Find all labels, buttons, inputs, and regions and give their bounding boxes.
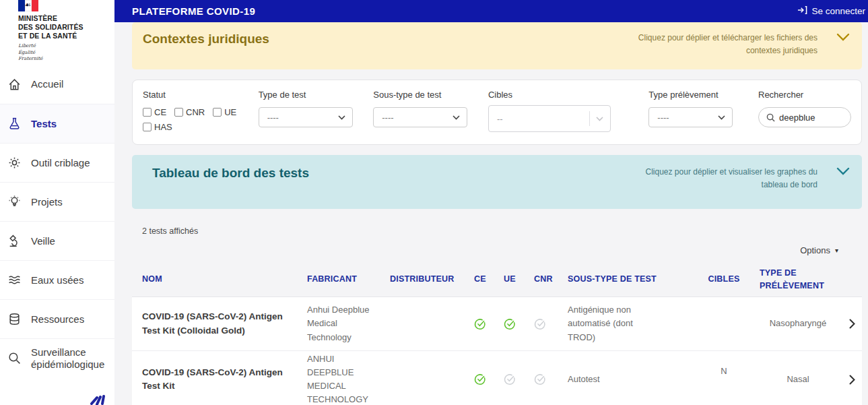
col-header-cnr[interactable]: CNR <box>534 273 568 285</box>
col-header-ce[interactable]: CE <box>474 273 504 285</box>
flask-icon <box>6 116 22 132</box>
chevron-down-icon <box>453 115 460 120</box>
app-window: ☙ MINISTÈRE DES SOLIDARITÉS ET DE LA SAN… <box>0 0 868 405</box>
options-dropdown[interactable]: Options ▾ <box>800 245 838 255</box>
magnifier-icon <box>6 350 22 367</box>
row-expand-chevron-icon[interactable] <box>842 319 862 329</box>
cell-sous-type: Autotest <box>568 373 655 386</box>
chevron-down-icon[interactable] <box>836 166 850 178</box>
col-header-cibles[interactable]: CIBLES <box>694 273 754 285</box>
sidebar-item-tests[interactable]: Tests <box>0 104 114 143</box>
sidebar-item-label: Outil criblage <box>31 157 90 168</box>
col-header-nom[interactable]: NOM <box>142 273 307 285</box>
cibles-label: Cibles <box>488 90 648 100</box>
col-header-ue[interactable]: UE <box>504 273 534 285</box>
checkbox-has-box[interactable] <box>143 123 152 131</box>
dashboard-hint: Cliquez pour déplier et visualiser les g… <box>622 166 817 191</box>
search-input[interactable]: deepblue <box>758 107 851 127</box>
checkbox-ue-label: UE <box>224 107 236 117</box>
cell-prelevement: Nasal <box>754 373 842 386</box>
sidebar-item-eaux-usees[interactable]: Eaux usées <box>0 260 114 299</box>
sidebar-item-label: Accueil <box>31 78 63 90</box>
cell-cibles: N <box>694 352 754 378</box>
checkbox-cnr[interactable]: CNR <box>174 107 205 117</box>
partner-logo-fragment <box>86 389 119 405</box>
main-content: Contextes juridiques Cliquez pour déplie… <box>114 22 868 405</box>
checkbox-cnr-box[interactable] <box>174 108 183 117</box>
database-icon <box>6 311 22 328</box>
cell-prelevement: Nasopharyngé <box>754 317 842 330</box>
type-test-select[interactable]: ---- <box>259 107 353 127</box>
sous-type-select[interactable]: ---- <box>373 107 467 127</box>
login-button[interactable]: Se connecter <box>797 5 865 17</box>
cell-sous-type: Antigénique non automatisé (dont TROD) <box>568 303 655 344</box>
legal-context-banner[interactable]: Contextes juridiques Cliquez pour déplie… <box>132 22 862 69</box>
checkbox-cnr-label: CNR <box>186 107 205 117</box>
login-icon <box>797 5 807 17</box>
sidebar-item-veille[interactable]: Veille <box>0 221 114 260</box>
dashboard-title: Tableau de bord des tests <box>152 166 309 181</box>
checkbox-ce-label: CE <box>154 107 166 117</box>
ue-check-icon <box>504 373 534 385</box>
filters-panel: Statut CE CNR UE HAS Type de test ---- S… <box>132 80 862 145</box>
checkbox-has[interactable]: HAS <box>143 122 244 132</box>
col-header-prelevement[interactable]: TYPE DE PRÉLÈVEMENT <box>754 267 842 291</box>
caret-down-icon: ▾ <box>835 247 838 254</box>
legal-context-hint: Cliquez pour déplier et télécharger les … <box>615 32 817 57</box>
legal-context-title: Contextes juridiques <box>143 32 269 46</box>
home-icon <box>6 76 22 92</box>
cnr-check-icon <box>534 318 568 330</box>
results-count: 2 tests affichés <box>132 226 862 236</box>
ministry-name: MINISTÈRE DES SOLIDARITÉS ET DE LA SANTÉ <box>18 14 114 40</box>
lightbulb-icon <box>6 194 22 210</box>
dashboard-banner[interactable]: Tableau de bord des tests Cliquez pour d… <box>132 155 862 209</box>
col-header-distributeur[interactable]: DISTRIBUTEUR <box>390 273 474 285</box>
sidebar-item-label: Projets <box>31 196 63 208</box>
search-icon <box>766 113 775 122</box>
checkbox-ce[interactable]: CE <box>143 107 166 117</box>
type-test-label: Type de test <box>259 90 374 100</box>
chevron-down-icon <box>718 115 725 120</box>
sidebar-item-surveillance[interactable]: Surveillance épidémiologique <box>0 338 114 377</box>
type-prelevement-select[interactable]: ---- <box>648 107 733 127</box>
gear-icon <box>6 155 22 171</box>
checkbox-ce-box[interactable] <box>143 108 152 117</box>
col-header-sous-type[interactable]: SOUS-TYPE DE TEST <box>568 273 694 285</box>
row-expand-chevron-icon[interactable] <box>842 375 862 385</box>
table-row[interactable]: COVID-19 (SARS-CoV-2) Antigen Test Kit A… <box>132 351 862 405</box>
sidebar-item-outil-criblage[interactable]: Outil criblage <box>0 143 114 182</box>
options-label: Options <box>800 245 830 255</box>
checkbox-ue-box[interactable] <box>213 108 222 117</box>
col-header-fabricant[interactable]: FABRICANT <box>307 273 390 285</box>
checkbox-has-label: HAS <box>154 122 172 132</box>
statut-label: Statut <box>143 90 259 100</box>
app-title: PLATEFORME COVID-19 <box>132 5 255 17</box>
french-flag-icon: ☙ <box>18 0 38 11</box>
sidebar-item-accueil[interactable]: Accueil <box>0 65 114 104</box>
cell-nom: COVID-19 (SARS-CoV-2) Antigen Test Kit (… <box>142 310 307 338</box>
sidebar-item-label: Surveillance épidémiologique <box>31 346 114 370</box>
cell-nom: COVID-19 (SARS-CoV-2) Antigen Test Kit <box>142 366 307 394</box>
sidebar-item-label: Eaux usées <box>31 274 84 286</box>
cibles-multiselect[interactable]: -- <box>488 105 611 132</box>
table-row[interactable]: COVID-19 (SARS-CoV-2) Antigen Test Kit (… <box>132 297 862 351</box>
microscope-icon <box>6 233 22 249</box>
top-bar: PLATEFORME COVID-19 Se connecter <box>114 0 868 22</box>
checkbox-ue[interactable]: UE <box>213 107 236 117</box>
sous-type-label: Sous-type de test <box>373 90 488 100</box>
sidebar-item-projets[interactable]: Projets <box>0 182 114 221</box>
search-value: deepblue <box>779 113 815 123</box>
republic-motto: Liberté Égalité Fraternité <box>18 43 114 62</box>
type-test-value: ---- <box>267 113 279 123</box>
sidebar-item-ressources[interactable]: Ressources <box>0 299 114 338</box>
ministry-logo: ☙ MINISTÈRE DES SOLIDARITÉS ET DE LA SAN… <box>0 0 114 65</box>
cell-fabricant: Anhui Deepblue Medical Technology <box>307 303 380 344</box>
ce-check-icon <box>474 373 504 385</box>
chevron-down-icon[interactable] <box>836 32 850 44</box>
type-prelevement-value: ---- <box>657 113 669 123</box>
sidebar-item-label: Ressources <box>31 313 84 325</box>
login-label: Se connecter <box>811 6 865 16</box>
cell-fabricant: ANHUI DEEPBLUE MEDICAL TECHNOLOGY <box>307 352 380 405</box>
chevron-down-icon[interactable] <box>590 117 610 121</box>
type-prelevement-label: Type prélèvement <box>648 90 758 100</box>
